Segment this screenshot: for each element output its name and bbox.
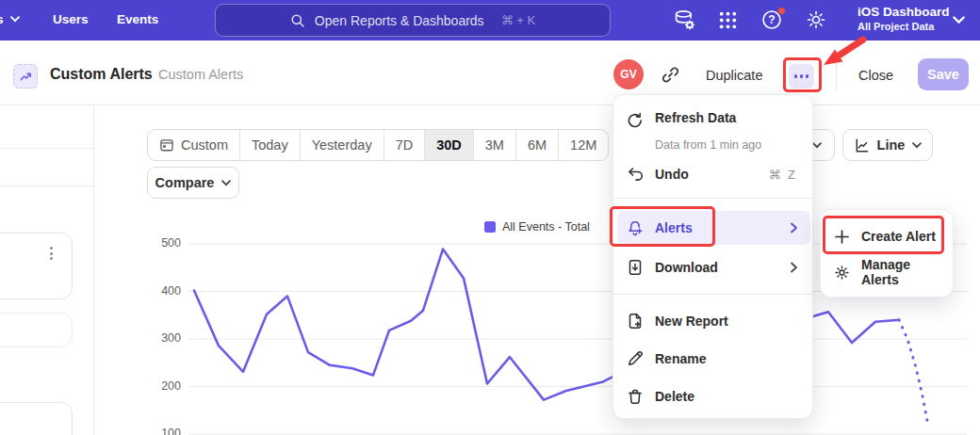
date-range-today[interactable]: Today <box>240 130 301 160</box>
gear-icon <box>834 265 850 281</box>
copy-link-icon[interactable] <box>661 65 680 85</box>
data-management-icon[interactable] <box>673 8 696 32</box>
submenu-item-manage-alerts[interactable]: Manage Alerts <box>825 255 950 289</box>
date-range-yesterday[interactable]: Yesterday <box>301 130 384 160</box>
legend-swatch <box>484 221 496 233</box>
chevron-down-icon <box>221 180 231 186</box>
submenu-item-create-alert[interactable]: Create Alert <box>825 219 950 253</box>
report-icon <box>13 64 38 89</box>
chevron-right-icon <box>790 222 798 234</box>
menu-item-alerts[interactable]: Alerts <box>617 211 810 245</box>
compare-button[interactable]: Compare <box>147 167 239 199</box>
date-range-30d-selected[interactable]: 30D <box>425 130 474 160</box>
help-icon[interactable]: ? <box>760 8 784 32</box>
chevron-down-icon <box>953 16 965 24</box>
undo-shortcut: ⌘ Z <box>768 168 797 182</box>
y-axis-tick: 300 <box>141 331 181 345</box>
panel-card[interactable] <box>0 233 73 299</box>
search-input[interactable]: Open Reports & Dashboards ⌘ + K <box>215 4 611 37</box>
panel-row-divider <box>0 148 93 149</box>
undo-icon <box>627 166 644 183</box>
date-range-7d[interactable]: 7D <box>384 130 426 160</box>
project-switcher[interactable]: iOS Dashboard All Project Data <box>858 4 967 33</box>
nav-item-users[interactable]: Users <box>53 12 89 26</box>
kebab-menu-icon[interactable] <box>50 247 53 260</box>
breadcrumb: Custom Alerts <box>158 67 243 82</box>
panel-card[interactable] <box>0 402 73 435</box>
save-button[interactable]: Save <box>918 58 969 90</box>
refresh-subtitle: Data from 1 min ago <box>655 138 761 152</box>
apps-grid-icon[interactable] <box>717 9 741 33</box>
refresh-icon <box>627 112 644 129</box>
search-shortcut: ⌘ + K <box>501 13 536 27</box>
menu-item-refresh-data[interactable]: Refresh Data Data from 1 min ago <box>617 105 810 150</box>
avatar[interactable]: GV <box>613 59 644 89</box>
menu-divider <box>613 198 814 199</box>
menu-item-delete[interactable]: Delete <box>617 379 810 413</box>
y-axis-tick: 200 <box>141 379 181 393</box>
alerts-submenu: Create Alert Manage Alerts <box>820 209 954 298</box>
compare-label: Compare <box>155 175 215 190</box>
pencil-icon <box>627 350 644 367</box>
menu-item-undo[interactable]: Undo ⌘ Z <box>617 157 810 191</box>
nav-item-clipped[interactable]: s <box>0 12 20 26</box>
more-options-menu: Refresh Data Data from 1 min ago Undo ⌘ … <box>612 94 813 419</box>
duplicate-button[interactable]: Duplicate <box>706 68 762 83</box>
new-report-icon <box>627 313 644 330</box>
close-button[interactable]: Close <box>858 68 893 83</box>
search-placeholder: Open Reports & Dashboards <box>315 13 484 28</box>
chevron-down-icon <box>812 142 822 149</box>
chevron-right-icon <box>790 262 798 273</box>
chart-line-dotted <box>899 320 927 421</box>
panel-row-divider <box>0 185 93 186</box>
chart-type-label: Line <box>877 137 906 153</box>
page-title: Custom Alerts <box>50 66 153 83</box>
legend-label: All Events - Total <box>502 220 590 234</box>
line-chart-icon <box>854 137 870 153</box>
search-icon <box>290 13 305 28</box>
date-range-3m[interactable]: 3M <box>474 130 516 160</box>
chevron-down-icon <box>10 16 20 23</box>
date-range-control: Custom Today Yesterday 7D 30D 3M 6M 12M <box>147 129 609 161</box>
more-options-button[interactable] <box>789 64 814 89</box>
report-header: Custom Alerts Custom Alerts GV Duplicate… <box>0 40 980 105</box>
header-divider <box>836 59 837 89</box>
settings-gear-icon[interactable] <box>805 8 828 32</box>
project-name: iOS Dashboard <box>858 4 967 21</box>
panel-divider <box>93 106 94 435</box>
menu-item-rename[interactable]: Rename <box>617 342 810 376</box>
custom-alerts-screen: { "colors": { "nav_bg": "#4b42cf", "acce… <box>0 0 980 435</box>
chart-type-button[interactable]: Line <box>842 129 933 161</box>
date-range-custom[interactable]: Custom <box>148 130 240 160</box>
chevron-down-icon <box>912 142 922 149</box>
notification-dot <box>777 7 786 15</box>
y-axis-tick: 400 <box>141 284 181 298</box>
date-range-12m[interactable]: 12M <box>559 130 608 160</box>
y-axis-tick: 500 <box>141 236 181 250</box>
top-navigation-bar: s Users Events Open Reports & Dashboards… <box>0 0 980 40</box>
svg-text:?: ? <box>768 13 775 26</box>
menu-item-download[interactable]: Download <box>617 250 810 284</box>
panel-card[interactable] <box>0 313 73 347</box>
menu-divider <box>613 294 814 295</box>
bell-plus-icon <box>627 219 644 236</box>
project-scope: All Project Data <box>858 21 967 33</box>
calendar-icon <box>159 137 174 153</box>
date-range-label: Custom <box>181 137 228 153</box>
trash-icon <box>627 388 644 405</box>
download-icon <box>627 259 644 276</box>
menu-item-new-report[interactable]: New Report <box>617 304 810 338</box>
left-panel <box>0 106 93 435</box>
nav-item-events[interactable]: Events <box>117 12 158 26</box>
plus-icon <box>834 229 850 245</box>
chart-legend[interactable]: All Events - Total <box>484 220 590 234</box>
y-axis-tick: 100 <box>141 427 181 435</box>
date-range-6m[interactable]: 6M <box>516 130 559 160</box>
